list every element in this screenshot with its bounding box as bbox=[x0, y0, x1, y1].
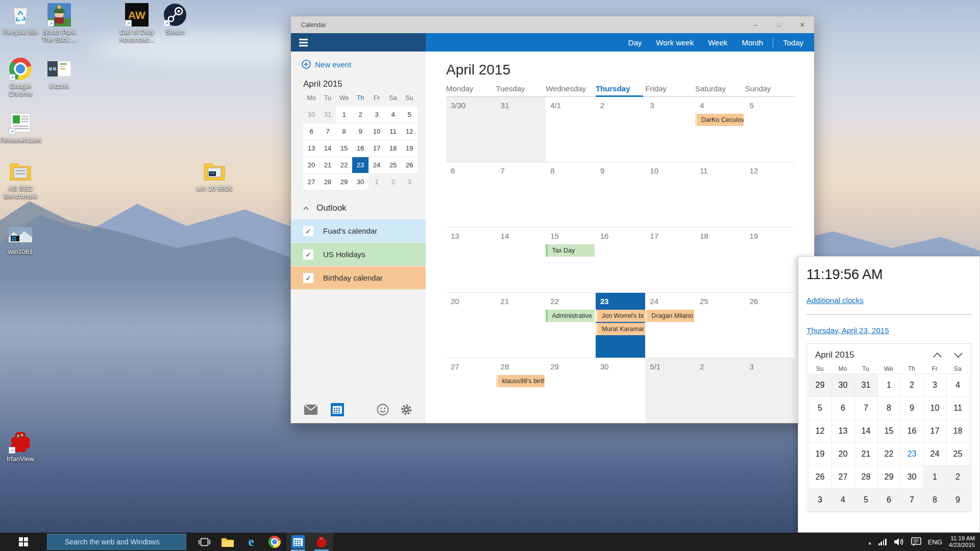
flyout-day-cell[interactable]: 17 bbox=[924, 420, 947, 443]
flyout-day-cell[interactable]: 6 bbox=[832, 397, 855, 420]
calendar-list-item[interactable]: US Holidays bbox=[291, 243, 426, 266]
desktop-icon-incons[interactable]: incons bbox=[39, 57, 80, 90]
day-cell[interactable]: 2 bbox=[596, 97, 646, 162]
flyout-day-cell[interactable]: 14 bbox=[855, 420, 878, 443]
flyout-day-cell[interactable]: 30 bbox=[901, 466, 924, 489]
day-cell[interactable]: 19 bbox=[745, 228, 795, 292]
flyout-day-cell[interactable]: 5 bbox=[855, 489, 878, 512]
flyout-day-cell[interactable]: 8 bbox=[878, 397, 901, 420]
flyout-day-cell[interactable]: 3 bbox=[924, 374, 947, 397]
file-explorer-button[interactable] bbox=[216, 533, 239, 551]
desktop-icon-google-chrome[interactable]: ↗GoogleChrome bbox=[0, 57, 41, 97]
calendar-checkbox[interactable] bbox=[303, 249, 313, 260]
flyout-day-cell[interactable]: 1 bbox=[924, 466, 947, 489]
mini-cal-day[interactable]: 10 bbox=[369, 123, 385, 139]
flyout-day-cell[interactable]: 29 bbox=[878, 466, 901, 489]
mini-cal-day[interactable]: 2 bbox=[352, 107, 369, 122]
task-view-button[interactable] bbox=[192, 533, 216, 551]
mini-cal-day[interactable]: 12 bbox=[401, 123, 418, 139]
flyout-day-cell[interactable]: 2 bbox=[947, 466, 970, 489]
taskbar-search-input[interactable]: Search the web and Windows bbox=[47, 534, 186, 550]
day-cell[interactable]: 12 bbox=[745, 162, 795, 227]
mini-cal-day[interactable]: 30 bbox=[352, 174, 369, 190]
flyout-day-cell[interactable]: 18 bbox=[947, 420, 970, 443]
day-cell[interactable]: 27 bbox=[446, 358, 496, 423]
flyout-day-cell[interactable]: 11 bbox=[947, 397, 970, 420]
flyout-day-cell[interactable]: 24 bbox=[924, 443, 947, 466]
day-cell[interactable]: 22Administrative bbox=[546, 293, 596, 358]
flyout-day-cell[interactable]: 7 bbox=[855, 397, 878, 420]
desktop-icon-call-of-duty[interactable]: AW↗Call of DutyAdvanced... bbox=[116, 3, 157, 43]
day-cell[interactable]: 23Jon Worrel's biMurat Karamar bbox=[596, 293, 646, 358]
mini-cal-day[interactable]: 4 bbox=[385, 107, 401, 122]
close-button[interactable] bbox=[791, 16, 814, 33]
start-button[interactable] bbox=[0, 533, 47, 551]
day-cell[interactable]: 7 bbox=[496, 162, 546, 227]
day-cell[interactable]: 20 bbox=[446, 293, 496, 358]
day-cell[interactable]: 6 bbox=[446, 162, 496, 227]
flyout-day-cell[interactable]: 23 bbox=[901, 443, 924, 466]
event-block[interactable]: DarKo Ceculov bbox=[695, 114, 744, 126]
event-block[interactable]: Murat Karamar bbox=[596, 323, 646, 335]
today-button[interactable]: Today bbox=[783, 38, 803, 47]
event-block[interactable]: klauss98's birth bbox=[496, 375, 545, 387]
irfanview-taskbar-button[interactable] bbox=[310, 533, 333, 551]
day-cell[interactable]: 30 bbox=[596, 358, 646, 423]
tab-month[interactable]: Month bbox=[742, 38, 763, 47]
desktop-icon-steam[interactable]: ↗Steam bbox=[155, 3, 195, 36]
flyout-day-cell[interactable]: 7 bbox=[901, 489, 924, 512]
day-cell[interactable]: 13 bbox=[446, 228, 496, 292]
flyout-day-cell[interactable]: 19 bbox=[809, 443, 832, 466]
mini-cal-day[interactable]: 30 bbox=[303, 107, 320, 122]
day-cell[interactable]: 3 bbox=[645, 97, 695, 162]
flyout-date-link[interactable]: Thursday, April 23, 2015 bbox=[806, 326, 889, 335]
day-cell[interactable]: 3 bbox=[745, 358, 795, 423]
network-signal-icon[interactable] bbox=[878, 539, 887, 545]
flyout-day-cell[interactable]: 29 bbox=[809, 374, 832, 397]
day-cell[interactable]: 4/1 bbox=[546, 97, 596, 162]
hamburger-menu-icon[interactable] bbox=[299, 39, 308, 46]
day-cell[interactable]: 17 bbox=[645, 228, 695, 292]
additional-clocks-link[interactable]: Additional clocks bbox=[806, 296, 864, 305]
event-block[interactable]: Dragan Milano bbox=[645, 310, 694, 322]
mini-cal-day[interactable]: 6 bbox=[303, 123, 320, 139]
flyout-day-cell[interactable]: 31 bbox=[855, 374, 878, 397]
flyout-day-cell[interactable]: 4 bbox=[832, 489, 855, 512]
flyout-day-cell[interactable]: 30 bbox=[832, 374, 855, 397]
new-event-button[interactable]: New event bbox=[302, 60, 426, 69]
mini-cal-day[interactable]: 1 bbox=[336, 107, 352, 122]
mini-cal-day[interactable]: 28 bbox=[320, 174, 336, 190]
flyout-day-cell[interactable]: 12 bbox=[809, 420, 832, 443]
chevron-up-icon[interactable] bbox=[933, 353, 942, 358]
action-center-icon[interactable] bbox=[911, 537, 921, 546]
flyout-day-cell[interactable]: 9 bbox=[901, 397, 924, 420]
minimize-button[interactable] bbox=[744, 16, 767, 33]
maximize-button[interactable] bbox=[767, 16, 791, 33]
desktop-icon-releasenotes[interactable]: ↗ReleaseNotes bbox=[0, 111, 41, 144]
mini-cal-day[interactable]: 11 bbox=[385, 123, 401, 139]
calendar-list-item[interactable]: Fuad's calendar bbox=[291, 219, 426, 242]
settings-gear-icon[interactable] bbox=[400, 404, 412, 416]
mini-cal-day[interactable]: 27 bbox=[303, 174, 320, 190]
day-cell[interactable]: 2 bbox=[695, 358, 745, 423]
mini-cal-day[interactable]: 15 bbox=[336, 140, 352, 156]
flyout-day-cell[interactable]: 9 bbox=[947, 489, 970, 512]
day-cell[interactable]: 5/1 bbox=[645, 358, 695, 423]
day-cell[interactable]: 25 bbox=[695, 293, 745, 358]
day-cell[interactable]: 26 bbox=[745, 293, 795, 358]
mini-cal-day[interactable]: 1 bbox=[369, 174, 385, 190]
day-cell[interactable]: 18 bbox=[695, 228, 745, 292]
tray-expand-icon[interactable] bbox=[868, 537, 872, 546]
flyout-day-cell[interactable]: 8 bbox=[924, 489, 947, 512]
flyout-day-cell[interactable]: 26 bbox=[809, 466, 832, 489]
mini-cal-day[interactable]: 18 bbox=[385, 140, 401, 156]
window-titlebar[interactable]: Calendar bbox=[291, 16, 814, 33]
flyout-day-cell[interactable]: 1 bbox=[878, 374, 901, 397]
mini-cal-day[interactable]: 19 bbox=[401, 140, 418, 156]
desktop-icon-win-10-9926[interactable]: win 10 9926 bbox=[194, 160, 235, 192]
flyout-day-cell[interactable]: 5 bbox=[809, 397, 832, 420]
taskbar-clock[interactable]: 11:19 AM 4/23/2015 bbox=[949, 535, 975, 549]
day-cell[interactable]: 15Tax Day bbox=[546, 228, 596, 292]
day-cell[interactable]: 16 bbox=[596, 228, 646, 292]
mail-icon[interactable] bbox=[304, 405, 317, 415]
